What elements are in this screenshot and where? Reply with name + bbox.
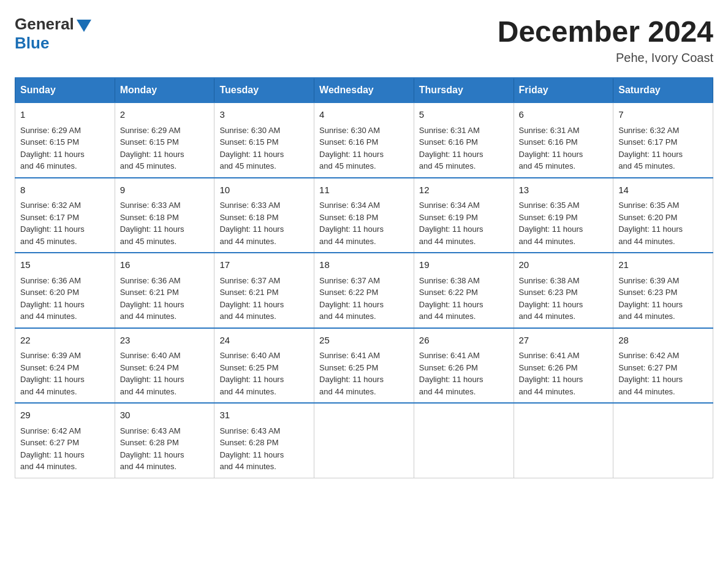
day-number: 21 [618,258,708,272]
calendar-week-row: 1 Sunrise: 6:29 AMSunset: 6:15 PMDayligh… [15,102,713,178]
day-number: 5 [419,108,509,122]
weekday-header-thursday: Thursday [414,78,514,102]
logo-blue-text: Blue [15,34,49,53]
day-number: 17 [219,258,309,272]
day-number: 20 [519,258,609,272]
calendar-cell: 23 Sunrise: 6:40 AMSunset: 6:24 PMDaylig… [115,328,214,404]
weekday-header-monday: Monday [115,78,214,102]
day-number: 23 [120,334,210,348]
logo-general-text: General [15,15,74,34]
day-info: Sunrise: 6:31 AMSunset: 6:16 PMDaylight:… [519,126,583,171]
calendar-cell: 6 Sunrise: 6:31 AMSunset: 6:16 PMDayligh… [514,102,613,178]
calendar-week-row: 22 Sunrise: 6:39 AMSunset: 6:24 PMDaylig… [15,328,713,404]
day-number: 18 [319,258,409,272]
day-info: Sunrise: 6:37 AMSunset: 6:22 PMDaylight:… [319,276,384,321]
day-number: 14 [618,183,708,197]
day-info: Sunrise: 6:42 AMSunset: 6:27 PMDaylight:… [20,426,85,472]
page-header: General Blue December 2024 Pehe, Ivory C… [15,15,713,65]
calendar-cell: 8 Sunrise: 6:32 AMSunset: 6:17 PMDayligh… [15,178,115,253]
day-number: 2 [120,108,210,122]
calendar-cell: 27 Sunrise: 6:41 AMSunset: 6:26 PMDaylig… [514,328,613,404]
day-info: Sunrise: 6:37 AMSunset: 6:21 PMDaylight:… [219,276,284,321]
calendar-cell: 25 Sunrise: 6:41 AMSunset: 6:25 PMDaylig… [314,328,414,404]
day-info: Sunrise: 6:38 AMSunset: 6:23 PMDaylight:… [519,276,583,321]
day-number: 12 [419,183,509,197]
calendar-cell [314,403,414,478]
day-number: 9 [120,183,210,197]
calendar-cell: 2 Sunrise: 6:29 AMSunset: 6:15 PMDayligh… [115,102,214,178]
page-subtitle: Pehe, Ivory Coast [498,51,713,65]
calendar-cell: 13 Sunrise: 6:35 AMSunset: 6:19 PMDaylig… [514,178,613,253]
day-number: 22 [20,334,110,348]
day-number: 3 [219,108,309,122]
calendar-cell [414,403,514,478]
calendar-header-row: SundayMondayTuesdayWednesdayThursdayFrid… [15,78,713,102]
day-number: 4 [319,108,409,122]
calendar-week-row: 29 Sunrise: 6:42 AMSunset: 6:27 PMDaylig… [15,403,713,478]
logo: General Blue [15,15,91,53]
calendar-cell: 17 Sunrise: 6:37 AMSunset: 6:21 PMDaylig… [214,253,314,328]
weekday-header-tuesday: Tuesday [214,78,314,102]
day-info: Sunrise: 6:38 AMSunset: 6:22 PMDaylight:… [419,276,483,321]
day-info: Sunrise: 6:42 AMSunset: 6:27 PMDaylight:… [618,351,683,396]
calendar-cell: 5 Sunrise: 6:31 AMSunset: 6:16 PMDayligh… [414,102,514,178]
day-info: Sunrise: 6:30 AMSunset: 6:16 PMDaylight:… [319,126,384,171]
day-info: Sunrise: 6:35 AMSunset: 6:20 PMDaylight:… [618,201,683,246]
calendar-table: SundayMondayTuesdayWednesdayThursdayFrid… [15,77,713,478]
day-number: 7 [618,108,708,122]
day-info: Sunrise: 6:41 AMSunset: 6:25 PMDaylight:… [319,351,384,396]
weekday-header-wednesday: Wednesday [314,78,414,102]
day-info: Sunrise: 6:32 AMSunset: 6:17 PMDaylight:… [618,126,683,171]
logo-arrow-icon [77,20,91,32]
day-number: 10 [219,183,309,197]
day-number: 27 [519,334,609,348]
day-info: Sunrise: 6:32 AMSunset: 6:17 PMDaylight:… [20,201,85,246]
calendar-cell: 10 Sunrise: 6:33 AMSunset: 6:18 PMDaylig… [214,178,314,253]
calendar-cell: 30 Sunrise: 6:43 AMSunset: 6:28 PMDaylig… [115,403,214,478]
day-number: 29 [20,408,110,423]
calendar-cell: 22 Sunrise: 6:39 AMSunset: 6:24 PMDaylig… [15,328,115,404]
day-info: Sunrise: 6:29 AMSunset: 6:15 PMDaylight:… [20,126,85,171]
calendar-cell: 19 Sunrise: 6:38 AMSunset: 6:22 PMDaylig… [414,253,514,328]
calendar-cell: 16 Sunrise: 6:36 AMSunset: 6:21 PMDaylig… [115,253,214,328]
calendar-cell: 15 Sunrise: 6:36 AMSunset: 6:20 PMDaylig… [15,253,115,328]
calendar-week-row: 15 Sunrise: 6:36 AMSunset: 6:20 PMDaylig… [15,253,713,328]
day-number: 24 [219,334,309,348]
day-info: Sunrise: 6:41 AMSunset: 6:26 PMDaylight:… [419,351,483,396]
day-info: Sunrise: 6:40 AMSunset: 6:25 PMDaylight:… [219,351,284,396]
day-info: Sunrise: 6:35 AMSunset: 6:19 PMDaylight:… [519,201,583,246]
day-info: Sunrise: 6:36 AMSunset: 6:20 PMDaylight:… [20,276,85,321]
day-number: 16 [120,258,210,272]
day-number: 31 [219,408,309,423]
day-info: Sunrise: 6:39 AMSunset: 6:24 PMDaylight:… [20,351,85,396]
calendar-cell: 18 Sunrise: 6:37 AMSunset: 6:22 PMDaylig… [314,253,414,328]
weekday-header-sunday: Sunday [15,78,115,102]
calendar-cell: 12 Sunrise: 6:34 AMSunset: 6:19 PMDaylig… [414,178,514,253]
day-number: 25 [319,334,409,348]
day-info: Sunrise: 6:33 AMSunset: 6:18 PMDaylight:… [219,201,284,246]
title-section: December 2024 Pehe, Ivory Coast [498,15,713,65]
day-number: 8 [20,183,110,197]
day-info: Sunrise: 6:41 AMSunset: 6:26 PMDaylight:… [519,351,583,396]
calendar-cell: 9 Sunrise: 6:33 AMSunset: 6:18 PMDayligh… [115,178,214,253]
day-number: 11 [319,183,409,197]
day-number: 1 [20,108,110,122]
day-number: 19 [419,258,509,272]
calendar-cell: 7 Sunrise: 6:32 AMSunset: 6:17 PMDayligh… [613,102,713,178]
calendar-cell: 24 Sunrise: 6:40 AMSunset: 6:25 PMDaylig… [214,328,314,404]
calendar-cell [613,403,713,478]
day-info: Sunrise: 6:39 AMSunset: 6:23 PMDaylight:… [618,276,683,321]
calendar-cell: 4 Sunrise: 6:30 AMSunset: 6:16 PMDayligh… [314,102,414,178]
calendar-cell: 31 Sunrise: 6:43 AMSunset: 6:28 PMDaylig… [214,403,314,478]
calendar-cell: 14 Sunrise: 6:35 AMSunset: 6:20 PMDaylig… [613,178,713,253]
day-info: Sunrise: 6:34 AMSunset: 6:18 PMDaylight:… [319,201,384,246]
weekday-header-saturday: Saturday [613,78,713,102]
calendar-cell: 26 Sunrise: 6:41 AMSunset: 6:26 PMDaylig… [414,328,514,404]
day-info: Sunrise: 6:30 AMSunset: 6:15 PMDaylight:… [219,126,284,171]
page-title: December 2024 [498,15,713,48]
day-info: Sunrise: 6:33 AMSunset: 6:18 PMDaylight:… [120,201,184,246]
calendar-week-row: 8 Sunrise: 6:32 AMSunset: 6:17 PMDayligh… [15,178,713,253]
day-info: Sunrise: 6:40 AMSunset: 6:24 PMDaylight:… [120,351,184,396]
day-number: 26 [419,334,509,348]
calendar-cell [514,403,613,478]
